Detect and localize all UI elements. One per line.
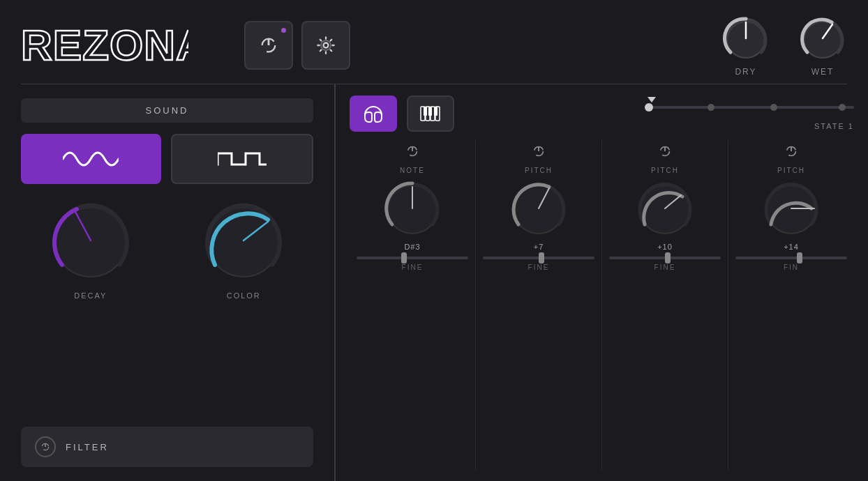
wet-knob-group: WET	[798, 14, 847, 77]
pitch3-fine-track[interactable]	[735, 257, 847, 259]
note-fine-track[interactable]	[357, 257, 468, 259]
note-power-icon	[405, 144, 420, 159]
filter-power-button[interactable]	[35, 436, 56, 457]
wet-label: WET	[811, 67, 835, 77]
dry-knob[interactable]	[721, 14, 770, 63]
pitch2-fine-track[interactable]	[609, 257, 721, 259]
pitch2-knob[interactable]	[634, 177, 696, 240]
header: REZONATOR	[0, 0, 868, 84]
pitch3-value: +14	[784, 243, 799, 251]
header-knobs: DRY WET	[721, 14, 847, 77]
pitch2-column: PITCH +10 FINE	[602, 140, 728, 470]
decay-label: DECAY	[74, 291, 107, 300]
headphones-icon	[361, 104, 385, 123]
decay-knob-group: DECAY	[21, 195, 160, 300]
svg-rect-20	[428, 107, 432, 116]
state-track[interactable]	[645, 106, 854, 109]
state-label: STATE 1	[645, 122, 854, 130]
main-content: SOUND	[0, 84, 868, 481]
square-wave-button[interactable]	[171, 134, 314, 184]
columns-area: NOTE D#3 FINE	[350, 140, 854, 470]
color-label: COLOR	[227, 291, 261, 300]
pitch1-knob[interactable]	[507, 177, 570, 240]
gear-icon	[316, 36, 336, 55]
svg-point-3	[324, 43, 329, 48]
piano-mode-button[interactable]	[407, 96, 454, 132]
sine-wave-button[interactable]	[21, 134, 161, 184]
state-dot-4	[839, 104, 846, 111]
pitch2-fine-label: FINE	[654, 264, 676, 271]
header-buttons	[244, 21, 350, 70]
piano-icon	[419, 104, 442, 123]
pitch1-power-icon	[531, 144, 546, 159]
pitch3-knob[interactable]	[760, 177, 823, 240]
note-fine-thumb	[401, 252, 407, 264]
wet-knob[interactable]	[798, 14, 847, 63]
pitch1-fine-thumb	[539, 252, 544, 264]
note-value: D#3	[404, 243, 420, 251]
note-power-button[interactable]	[401, 140, 424, 162]
pitch2-fine-slider: FINE	[609, 257, 721, 271]
right-panel: STATE 1 NOTE	[336, 84, 868, 481]
square-wave-icon	[218, 146, 267, 171]
note-fine-label: FINE	[402, 264, 424, 271]
pitch3-power-icon	[784, 144, 799, 159]
pitch1-power-button[interactable]	[527, 140, 550, 162]
state-slider-container: STATE 1	[645, 97, 854, 130]
pitch1-fine-label: FINE	[528, 264, 550, 271]
pitch2-value: +10	[657, 243, 673, 251]
pitch1-column: PITCH +7 FINE	[476, 140, 602, 470]
pitch1-label: PITCH	[525, 167, 553, 174]
color-knob-group: COLOR	[174, 195, 314, 300]
pitch2-power-button[interactable]	[654, 140, 676, 162]
note-knob[interactable]	[381, 177, 444, 240]
state-dot-1	[645, 103, 653, 112]
pitch3-fine-thumb	[797, 252, 802, 264]
logo-svg: REZONATOR	[21, 20, 188, 68]
pitch1-fine-track[interactable]	[483, 257, 594, 259]
filter-power-icon	[40, 441, 51, 452]
svg-point-4	[321, 40, 331, 50]
power-icon	[259, 36, 278, 55]
waveform-buttons	[21, 134, 313, 184]
logo: REZONATOR	[21, 20, 188, 71]
dry-knob-group: DRY	[721, 14, 770, 77]
note-fine-slider: FINE	[357, 257, 468, 271]
left-knobs-row: DECAY COLOR	[21, 195, 313, 300]
filter-label: FILTER	[66, 442, 109, 452]
right-top-bar: STATE 1	[350, 96, 854, 132]
state-dot-3	[770, 104, 777, 111]
settings-button[interactable]	[301, 21, 350, 70]
pitch3-power-button[interactable]	[780, 140, 802, 162]
svg-rect-19	[424, 107, 427, 116]
pitch2-power-icon	[657, 144, 673, 159]
left-panel: SOUND	[0, 84, 335, 481]
power-indicator	[281, 28, 286, 33]
note-label: NOTE	[400, 167, 425, 174]
pitch3-column: PITCH +14 FIN	[728, 140, 854, 470]
state-marker	[648, 97, 656, 102]
state-dot-2	[708, 104, 714, 111]
sound-label: SOUND	[21, 98, 313, 123]
pitch1-value: +7	[534, 243, 544, 251]
svg-rect-21	[434, 107, 437, 116]
pitch2-fine-thumb	[665, 252, 671, 264]
filter-bar: FILTER	[21, 427, 313, 467]
pitch3-label: PITCH	[777, 167, 805, 174]
pitch1-fine-slider: FINE	[483, 257, 594, 271]
dry-label: DRY	[735, 67, 756, 77]
svg-text:REZONATOR: REZONATOR	[21, 21, 188, 68]
pitch2-label: PITCH	[651, 167, 679, 174]
color-knob[interactable]	[198, 195, 289, 286]
pitch3-fine-slider: FIN	[735, 257, 847, 271]
note-column: NOTE D#3 FINE	[350, 140, 476, 470]
headphones-mode-button[interactable]	[350, 96, 397, 132]
power-button[interactable]	[244, 21, 293, 70]
sine-wave-icon	[63, 146, 119, 171]
pitch3-fine-label: FIN	[784, 264, 799, 271]
decay-knob[interactable]	[45, 195, 136, 286]
